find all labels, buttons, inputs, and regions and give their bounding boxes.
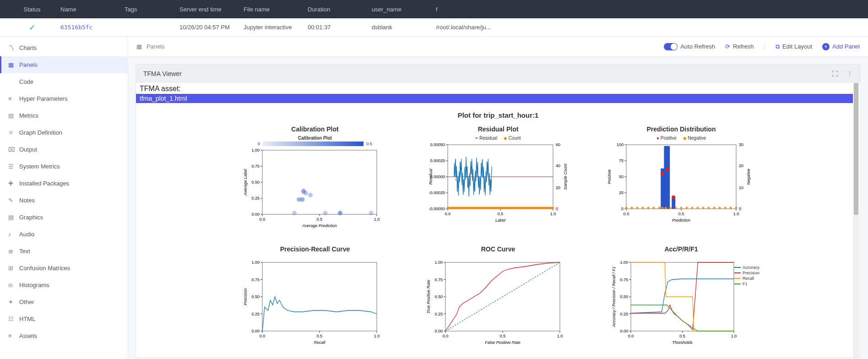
col-duration[interactable]: Duration [302,6,366,13]
sidebar-item-graphics[interactable]: ▧Graphics [0,209,128,226]
svg-text:0.25: 0.25 [251,312,260,316]
svg-text:1.0: 1.0 [733,212,739,216]
sidebar-item-hyper-parameters[interactable]: ≡Hyper Parameters [0,90,128,107]
sidebar-item-audio[interactable]: ♪Audio [0,226,128,243]
package-icon: ✚ [8,180,15,187]
sidebar-item-label: Audio [19,231,34,238]
toolbar-title: Panels [146,43,165,50]
expand-icon[interactable]: ⛶ [832,70,838,77]
svg-text:0.00025: 0.00025 [430,158,445,163]
panels-icon: ▦ [8,61,15,68]
col-tags[interactable]: Tags [119,6,174,13]
svg-point-27 [338,211,342,215]
sidebar-item-charts[interactable]: 〽Charts [0,39,128,56]
image-icon: ▧ [8,214,15,221]
sidebar-item-label: Text [19,248,30,255]
roc-chart: 0.00.51.00.000.250.500.751.00False Posit… [423,256,574,347]
add-panel-button[interactable]: + Add Panel [822,43,860,50]
svg-text:60: 60 [556,142,560,147]
col-status[interactable]: Status [9,6,55,13]
svg-rect-85 [262,262,377,331]
residual-chart: 0.00.51.0-0.00050-0.000250.000000.000250… [423,142,574,225]
sidebar-item-label: Other [19,299,34,305]
svg-text:0.25: 0.25 [620,312,628,316]
sidebar-item-confusion-matrices[interactable]: ⊞Confusion Matrices [0,260,128,277]
col-file-name[interactable]: File name [238,6,302,13]
svg-text:0.5: 0.5 [500,334,506,338]
sidebar-item-label: Hyper Parameters [19,95,67,102]
sidebar-item-histograms[interactable]: ılıHistograms [0,277,128,294]
html-icon: ☷ [8,315,15,322]
col-name[interactable]: Name [55,6,119,13]
sidebar-item-output[interactable]: ⌧Output [0,141,128,158]
sidebar-item-label: Metrics [19,112,38,119]
svg-text:1.0: 1.0 [374,334,380,338]
svg-text:0.5: 0.5 [679,334,685,338]
svg-text:0.00: 0.00 [620,329,628,333]
residual-legend-b: Count [509,136,521,141]
chart-title-pr: Precision-Recall Curve [239,245,391,253]
sidebar-item-html[interactable]: ☷HTML [0,310,128,327]
auto-refresh-toggle[interactable]: Auto Refresh [664,43,715,50]
svg-text:Residual: Residual [429,168,433,185]
sidebar-item-label: Notes [19,197,35,204]
sidebar-item-panels[interactable]: ▦Panels [0,56,128,73]
plus-circle-icon: + [822,43,830,50]
sidebar-item-system-metrics[interactable]: ☰System Metrics [0,158,128,175]
sidebar-item-metrics[interactable]: ▤Metrics [0,107,128,124]
scrollbar-track[interactable] [853,83,859,358]
svg-text:0.0: 0.0 [445,212,451,216]
svg-rect-0 [262,150,377,214]
chart-title-residual: Residual Plot [423,125,574,133]
svg-text:Recall: Recall [314,340,326,345]
scrollbar-thumb[interactable] [854,83,858,215]
sidebar-item-code[interactable]: Code [0,73,128,90]
histogram-icon: ılı [8,282,15,288]
run-name-link[interactable]: 63516b5fc [60,24,92,31]
sidebar-item-assets[interactable]: ≡Assets [0,327,128,344]
sidebar-item-notes[interactable]: ✎Notes [0,192,128,209]
refresh-icon: ⟳ [725,43,730,50]
panels-icon: ▦ [136,43,142,50]
sidebar-item-other[interactable]: ✦Other [0,294,128,310]
svg-text:0.0: 0.0 [260,217,266,222]
edit-layout-icon: ⧉ [776,43,780,50]
svg-text:Accuracy / Precision / Recall : Accuracy / Precision / Recall / F1 [612,267,616,327]
calib-scale-max: 0.5 [366,141,372,146]
svg-rect-80 [666,146,670,209]
sidebar-item-text[interactable]: ≣Text [0,243,128,260]
col-user-name[interactable]: user_name [366,6,430,13]
table-row[interactable]: ✓ 63516b5fc 10/26/20 04:57 PM Jupyter in… [0,18,868,37]
svg-text:0.75: 0.75 [620,277,628,282]
col-f[interactable]: f [430,6,494,13]
text-icon: ≣ [8,248,15,255]
sidebar-item-label: Graph Definition [19,129,62,136]
puzzle-icon: ✦ [8,299,15,305]
svg-text:0: 0 [739,207,741,211]
add-panel-label: Add Panel [832,43,860,50]
more-icon[interactable]: ⋮ [846,70,853,77]
edit-layout-button[interactable]: ⧉ Edit Layout [776,43,812,50]
cell-server-end-time: 10/26/20 04:57 PM [174,24,238,31]
svg-text:100: 100 [617,142,624,147]
svg-text:0.0: 0.0 [624,212,629,216]
tfma-asset-selected[interactable]: tfma_plot_1.html [136,94,859,103]
sidebar-item-installed-packages[interactable]: ✚Installed Packages [0,175,128,192]
svg-text:0.00050: 0.00050 [430,142,445,147]
grid-icon: ⊞ [8,265,15,272]
svg-text:0.5: 0.5 [317,217,323,222]
sidebar-item-graph-definition[interactable]: ⚛Graph Definition [0,124,128,141]
svg-text:30: 30 [739,142,743,147]
col-server-end-time[interactable]: Server end time [174,6,238,13]
sidebar-item-label: Panels [19,61,38,68]
pr-chart: 0.00.51.00.000.250.500.751.00RecallPreci… [239,256,391,347]
svg-point-20 [300,197,305,202]
svg-text:Average Label: Average Label [243,169,248,196]
svg-text:0.00: 0.00 [251,329,260,333]
svg-text:0.50: 0.50 [251,294,260,299]
refresh-button[interactable]: ⟳ Refresh [725,43,754,50]
chart-title-aprf: Acc/P/R/F1 [606,245,757,253]
svg-text:1.0: 1.0 [731,334,737,338]
svg-point-83 [666,167,670,171]
pencil-icon: ✎ [8,197,15,204]
